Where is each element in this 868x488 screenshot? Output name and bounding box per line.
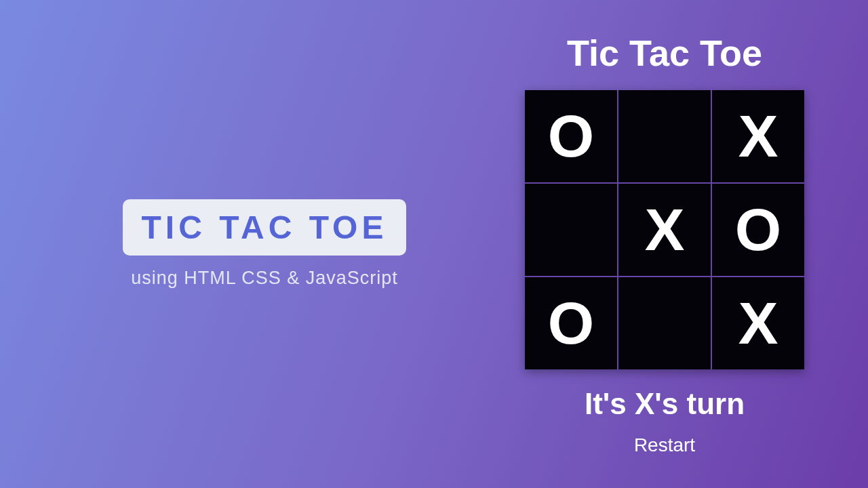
board-cell-7[interactable] (618, 277, 711, 369)
board-cell-2[interactable]: X (712, 90, 804, 182)
board-cell-1[interactable] (618, 90, 711, 182)
turn-status: It's X's turn (585, 387, 745, 421)
game-panel: Tic Tac Toe O X X O O X It's X's turn Re… (488, 32, 868, 456)
title-badge: TIC TAC TOE (123, 199, 407, 256)
board-cell-4[interactable]: X (618, 184, 711, 276)
title-badge-text: TIC TAC TOE (142, 209, 388, 246)
promo-panel: TIC TAC TOE using HTML CSS & JavaScript (0, 199, 488, 289)
board-cell-0[interactable]: O (525, 90, 617, 182)
subtitle-text: using HTML CSS & JavaScript (131, 268, 398, 289)
board-cell-6[interactable]: O (525, 277, 617, 369)
game-board: O X X O O X (525, 90, 804, 369)
board-cell-8[interactable]: X (712, 277, 804, 369)
restart-button[interactable]: Restart (634, 434, 695, 456)
game-title: Tic Tac Toe (567, 32, 762, 74)
board-cell-3[interactable] (525, 184, 617, 276)
board-cell-5[interactable]: O (712, 184, 804, 276)
